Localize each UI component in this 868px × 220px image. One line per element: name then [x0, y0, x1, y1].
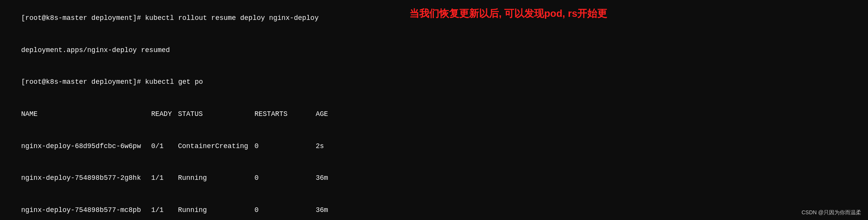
- terminal-line-1: [root@k8s-master deployment]# kubectl ro…: [5, 2, 397, 34]
- pod-col-age: AGE: [316, 110, 328, 118]
- watermark: CSDN @只因为你而温柔: [801, 209, 861, 216]
- pod-ready-2: 1/1: [151, 173, 178, 184]
- pod-name-1: nginx-deploy-68d95dfcbc-6w6pw: [21, 141, 151, 152]
- pod-col-status: STATUS: [178, 109, 254, 120]
- pod-table-header: NAMEREADYSTATUSRESTARTSAGE: [5, 98, 397, 130]
- pod-name-3: nginx-deploy-754898b577-mc8pb: [21, 205, 151, 216]
- annotation-panel: 当我们恢复更新以后, 可以发现pod, rs开始更: [402, 0, 868, 220]
- pod-status-2: Running: [178, 173, 254, 184]
- pod-col-name: NAME: [21, 109, 151, 120]
- pod-age-1: 2s: [316, 142, 324, 150]
- pod-row-1: nginx-deploy-68d95dfcbc-6w6pw0/1Containe…: [5, 130, 397, 163]
- annotation-text: 当我们恢复更新以后, 可以发现pod, rs开始更: [409, 7, 860, 20]
- pod-status-3: Running: [178, 205, 254, 216]
- pod-col-restarts: RESTARTS: [254, 109, 316, 120]
- cmd-2: kubectl get po: [145, 78, 203, 86]
- pod-ready-3: 1/1: [151, 205, 178, 216]
- pod-row-2: nginx-deploy-754898b577-2g8hk1/1Running0…: [5, 162, 397, 194]
- cmd-1: kubectl rollout resume deploy nginx-depl…: [145, 14, 319, 22]
- pod-age-2: 36m: [316, 174, 328, 182]
- pod-restarts-3: 0: [254, 205, 316, 216]
- pod-restarts-2: 0: [254, 173, 316, 184]
- pod-col-ready: READY: [151, 109, 178, 120]
- output-1: deployment.apps/nginx-deploy resumed: [21, 46, 170, 54]
- pod-age-3: 36m: [316, 206, 328, 214]
- terminal-line-2: deployment.apps/nginx-deploy resumed: [5, 34, 397, 67]
- pod-restarts-1: 0: [254, 141, 316, 152]
- prompt-2: [root@k8s-master deployment]#: [21, 78, 145, 86]
- pod-name-2: nginx-deploy-754898b577-2g8hk: [21, 173, 151, 184]
- terminal-line-3: [root@k8s-master deployment]# kubectl ge…: [5, 66, 397, 98]
- prompt-1: [root@k8s-master deployment]#: [21, 14, 145, 22]
- pod-status-1: ContainerCreating: [178, 141, 254, 152]
- terminal-panel: [root@k8s-master deployment]# kubectl ro…: [0, 0, 402, 220]
- pod-ready-1: 0/1: [151, 141, 178, 152]
- pod-row-3: nginx-deploy-754898b577-mc8pb1/1Running0…: [5, 194, 397, 220]
